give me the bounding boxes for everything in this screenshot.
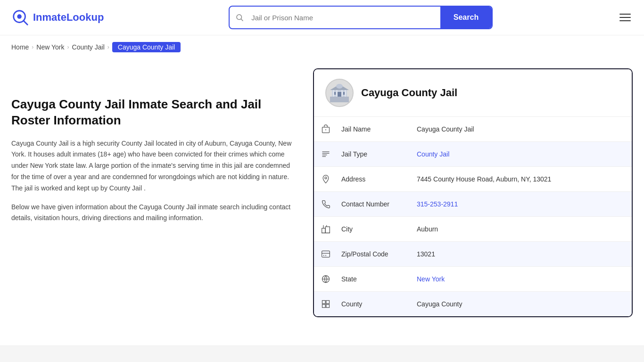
svg-point-15: [336, 84, 343, 89]
address-value: 7445 County House Road, Auburn, NY, 1302…: [413, 168, 632, 190]
info-row-address: Address 7445 County House Road, Auburn, …: [314, 167, 632, 192]
jail-building-icon: [328, 82, 351, 104]
description-paragraph-2: Below we have given information about th…: [11, 202, 294, 224]
svg-rect-32: [322, 301, 326, 304]
breadcrumb: Home › New York › County Jail › Cayuga C…: [0, 35, 644, 59]
info-rows: Jail Name Cayuga County Jail Jail Type C…: [314, 117, 632, 316]
svg-point-22: [325, 177, 327, 179]
svg-rect-33: [326, 301, 330, 304]
contact-link[interactable]: 315-253-2911: [417, 200, 458, 208]
svg-rect-35: [326, 304, 330, 308]
breadcrumb-sep-2: ›: [67, 44, 69, 50]
card-header: Cayuga County Jail: [314, 69, 632, 117]
jail-type-label: Jail Type: [338, 143, 413, 165]
info-row-zip: Zip/Postal Code 13021: [314, 242, 632, 267]
breadcrumb-county-jail[interactable]: County Jail: [72, 43, 105, 51]
info-row-city: City Auburn: [314, 217, 632, 242]
info-card: Cayuga County Jail Jail Name Cayuga Coun…: [313, 68, 633, 317]
svg-rect-23: [322, 228, 326, 233]
city-icon: [314, 217, 338, 241]
search-button[interactable]: Search: [440, 7, 492, 28]
description-paragraph-1: Cayuga County Jail is a high security Co…: [11, 138, 294, 194]
jail-avatar: [325, 79, 354, 107]
svg-rect-34: [322, 304, 326, 308]
zip-value: 13021: [413, 243, 632, 265]
zip-icon: [314, 242, 338, 266]
logo-text: InmateLookup: [33, 11, 104, 24]
info-row-jail-name: Jail Name Cayuga County Jail: [314, 117, 632, 142]
county-icon: [314, 292, 338, 316]
city-label: City: [338, 218, 413, 240]
jail-type-value: County Jail: [413, 143, 632, 165]
info-row-county: County Cayuga County: [314, 292, 632, 316]
jail-name-value: Cayuga County Jail: [413, 118, 632, 140]
contact-value: 315-253-2911: [413, 193, 632, 215]
jail-type-link[interactable]: County Jail: [417, 150, 449, 158]
svg-rect-26: [322, 251, 330, 257]
svg-line-1: [24, 21, 28, 25]
county-label: County: [338, 293, 413, 315]
search-input[interactable]: [249, 9, 440, 26]
zip-label: Zip/Postal Code: [338, 243, 413, 265]
county-value: Cayuga County: [413, 293, 632, 315]
logo-icon: [11, 8, 29, 26]
svg-line-4: [241, 19, 243, 21]
breadcrumb-sep-1: ›: [32, 44, 33, 50]
menu-button[interactable]: [618, 12, 633, 23]
svg-rect-5: [330, 97, 349, 102]
breadcrumb-sep-3: ›: [107, 44, 109, 50]
state-label: State: [338, 268, 413, 290]
search-bar: Search: [229, 6, 493, 29]
svg-point-3: [237, 15, 242, 20]
info-row-state: State New York: [314, 267, 632, 292]
footer-bar: [0, 346, 644, 362]
logo[interactable]: InmateLookup: [11, 8, 104, 26]
state-value: New York: [413, 268, 632, 290]
search-icon: [230, 13, 249, 22]
main-content: Cayuga County Jail Inmate Search and Jai…: [0, 59, 644, 327]
card-title: Cayuga County Jail: [361, 87, 457, 99]
city-value: Auburn: [413, 218, 632, 240]
info-row-contact: Contact Number 315-253-2911: [314, 192, 632, 217]
info-row-jail-type: Jail Type County Jail: [314, 142, 632, 167]
svg-rect-24: [325, 227, 330, 233]
contact-label: Contact Number: [338, 193, 413, 215]
header: InmateLookup Search: [0, 0, 644, 35]
address-icon: [314, 167, 338, 191]
jail-name-label: Jail Name: [338, 118, 413, 140]
svg-point-2: [17, 14, 22, 18]
svg-rect-7: [338, 92, 341, 97]
state-icon: [314, 267, 338, 291]
breadcrumb-current: Cayuga County Jail: [112, 42, 181, 52]
page-heading: Cayuga County Jail Inmate Search and Jai…: [11, 97, 294, 129]
jail-type-icon: [314, 142, 338, 166]
contact-icon: [314, 192, 338, 216]
jail-name-icon: [314, 117, 338, 141]
breadcrumb-new-york[interactable]: New York: [36, 43, 64, 51]
left-content: Cayuga County Jail Inmate Search and Jai…: [11, 68, 313, 317]
state-link[interactable]: New York: [417, 275, 445, 283]
breadcrumb-home[interactable]: Home: [11, 43, 29, 51]
address-label: Address: [338, 168, 413, 190]
